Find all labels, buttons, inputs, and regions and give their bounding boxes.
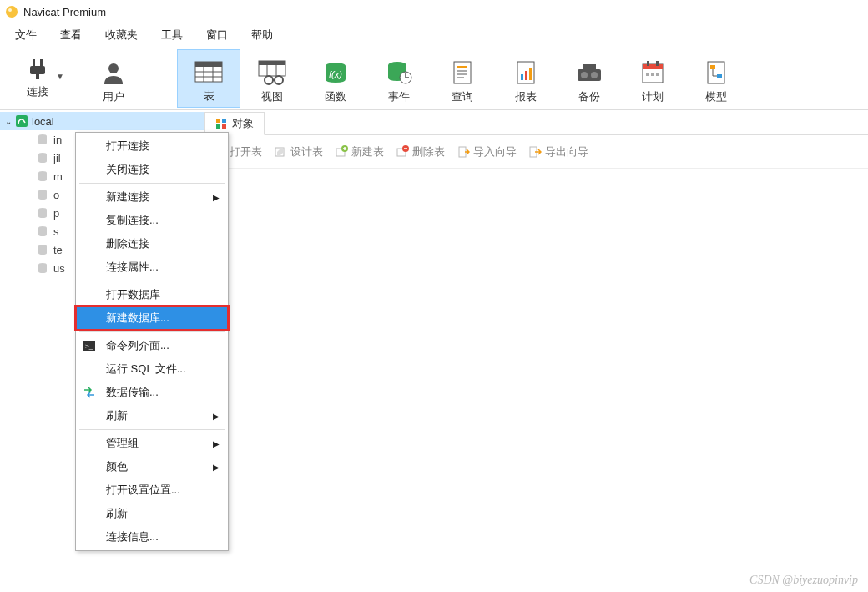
svg-point-6 [108,63,119,73]
mysql-connection-icon [15,114,28,128]
submenu-arrow-icon: ▶ [213,439,220,448]
delete-table-icon [396,145,409,159]
tool-schedule[interactable]: 计划 [621,49,684,108]
collapse-arrow-icon[interactable]: ⌄ [5,117,15,126]
tool-backup-label: 备份 [578,89,600,104]
tool-report[interactable]: 报表 [494,49,558,108]
menu-view[interactable]: 查看 [48,24,93,46]
tool-query[interactable]: 查询 [431,49,494,108]
svg-rect-47 [710,65,715,69]
submenu-arrow-icon: ▶ [213,412,220,421]
submenu-arrow-icon: ▶ [213,193,220,202]
svg-point-17 [265,76,273,84]
import-icon [457,145,470,159]
design-table-icon [274,145,287,159]
view-icon [257,59,287,86]
transfer-icon [83,386,96,399]
svg-rect-46 [708,62,724,83]
cm-separator [79,331,225,332]
svg-point-0 [6,6,18,18]
cm-data-transfer[interactable]: 数据传输... [76,381,228,404]
menu-window[interactable]: 窗口 [194,24,240,46]
tool-report-label: 报表 [515,89,537,104]
cm-refresh[interactable]: 刷新 [76,502,228,525]
cm-close-connection[interactable]: 关闭连接 [76,158,228,181]
cm-color[interactable]: 颜色▶ [76,455,228,478]
tool-function[interactable]: f(x) 函数 [304,49,367,108]
cm-connection-info[interactable]: 连接信息... [76,525,228,549]
backup-icon [574,59,604,86]
cm-open-connection[interactable]: 打开连接 [76,134,228,158]
tool-query-label: 查询 [452,89,473,104]
database-icon [37,170,48,182]
cm-copy-connection[interactable]: 复制连接... [76,209,228,232]
cm-run-sql-file[interactable]: 运行 SQL 文件... [76,357,228,381]
menu-favorites[interactable]: 收藏夹 [93,24,149,46]
cm-manage-group[interactable]: 管理组▶ [76,432,228,455]
svg-rect-74 [459,147,466,157]
svg-rect-26 [454,62,471,83]
database-icon [37,207,48,219]
cmd-icon: >_ [83,339,96,352]
tool-model[interactable]: 模型 [684,49,748,108]
svg-rect-48 [717,74,722,78]
cm-refresh-submenu[interactable]: 刷新▶ [76,404,228,428]
svg-rect-41 [647,61,649,66]
tool-view[interactable]: 视图 [240,49,304,108]
menu-tools[interactable]: 工具 [149,24,194,46]
tree-root-connection[interactable]: ⌄ local [0,112,204,130]
svg-rect-45 [656,73,659,76]
action-row: 打开表 设计表 新建表 删除表 导入向导 导出向导 [204,135,868,169]
menu-file[interactable]: 文件 [3,24,48,46]
action-export[interactable]: 导出向导 [528,144,588,159]
event-icon [386,59,412,86]
tool-connection-label: 连接 [27,84,48,99]
database-icon [37,262,48,274]
action-import[interactable]: 导入向导 [457,144,517,159]
tool-connection[interactable]: 连接 ▼ [7,49,82,108]
cm-command-line[interactable]: >_命令列介面... [76,334,228,357]
main-area: 对象 打开表 设计表 新建表 删除表 导入向导 导出向导 [204,110,868,592]
titlebar: Navicat Premium [0,0,868,23]
submenu-arrow-icon: ▶ [213,463,220,472]
app-title: Navicat Premium [23,6,106,18]
cm-new-database[interactable]: 新建数据库... [76,306,228,330]
cm-connection-properties[interactable]: 连接属性... [76,256,228,279]
svg-rect-44 [651,73,654,76]
tool-event[interactable]: 事件 [367,49,431,108]
tool-schedule-label: 计划 [642,89,664,104]
menu-help[interactable]: 帮助 [240,24,285,46]
svg-rect-63 [222,124,226,129]
schedule-icon [639,59,666,86]
svg-rect-61 [222,119,226,123]
user-icon [100,59,127,86]
action-design-table[interactable]: 设计表 [274,144,323,159]
tool-backup[interactable]: 备份 [558,49,621,108]
action-new-table[interactable]: 新建表 [335,144,384,159]
database-icon [37,152,48,164]
new-table-icon [335,145,348,159]
menubar: 文件 查看 收藏夹 工具 窗口 帮助 [0,23,868,47]
svg-rect-14 [259,61,285,65]
tool-function-label: 函数 [325,89,346,104]
svg-rect-4 [30,66,45,74]
svg-rect-34 [529,68,532,80]
cm-open-database[interactable]: 打开数据库 [76,283,228,306]
app-icon [5,5,18,18]
tool-table[interactable]: 表 [177,49,240,108]
svg-rect-42 [656,61,659,66]
action-delete-table[interactable]: 删除表 [396,144,445,159]
tool-event-label: 事件 [388,89,410,104]
cm-delete-connection[interactable]: 删除连接 [76,232,228,256]
svg-rect-43 [646,73,649,76]
tool-table-label: 表 [204,89,214,104]
svg-rect-62 [216,124,220,129]
tool-user[interactable]: 用户 [82,49,145,108]
cm-open-settings-location[interactable]: 打开设置位置... [76,478,228,502]
svg-rect-40 [643,64,663,69]
tool-view-label: 视图 [261,89,283,104]
tab-objects-label: 对象 [232,116,254,131]
cm-new-connection[interactable]: 新建连接▶ [76,185,228,209]
watermark: CSDN @biyezuopinvip [749,574,858,587]
svg-text:f(x): f(x) [329,69,342,79]
